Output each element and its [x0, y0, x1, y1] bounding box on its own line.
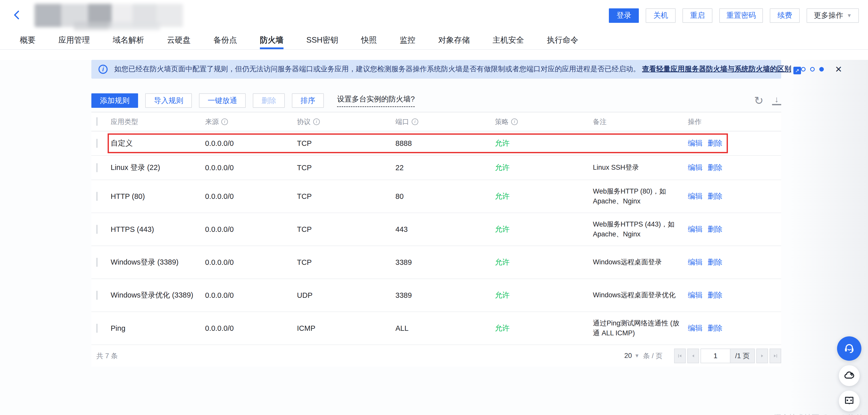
instance-button[interactable]: 更多操作▼: [807, 8, 859, 23]
cell-source: 0.0.0.0/0: [205, 225, 297, 234]
page-number-input[interactable]: [701, 349, 731, 363]
tab-6[interactable]: SSH密钥: [306, 31, 338, 49]
table-row: HTTPS (443)0.0.0.0/0TCP443允许Web服务HTTPS (…: [91, 213, 781, 246]
multi-instance-firewall-link[interactable]: 设置多台实例的防火墙?: [337, 94, 415, 107]
open-all-button[interactable]: 一键放通: [199, 93, 246, 108]
cell-protocol: UDP: [297, 291, 396, 299]
back-button[interactable]: [10, 8, 24, 23]
next-page-button[interactable]: [756, 349, 768, 363]
edit-link[interactable]: 编辑: [688, 191, 703, 201]
cell-actions: 编辑删除: [688, 138, 781, 149]
tab-8[interactable]: 监控: [400, 31, 415, 49]
cell-note: Web服务HTTPS (443)，如 Apache、Nginx: [593, 216, 680, 243]
cell-note: Linux SSH登录: [593, 159, 680, 176]
edit-link[interactable]: 编辑: [688, 224, 703, 234]
instance-button[interactable]: 重启: [682, 8, 712, 23]
last-page-button[interactable]: [770, 349, 781, 363]
select-all-checkbox[interactable]: [96, 117, 97, 126]
tab-9[interactable]: 对象存储: [438, 31, 470, 49]
delete-link[interactable]: 删除: [708, 257, 722, 267]
pagination: 20 ▼ 条 / 页 /1 页: [624, 349, 781, 363]
cell-app-type: 自定义: [111, 138, 205, 149]
info-icon[interactable]: i: [511, 119, 518, 125]
docs-button[interactable]: [839, 391, 860, 411]
tab-3[interactable]: 云硬盘: [167, 31, 191, 49]
cell-source: 0.0.0.0/0: [205, 164, 297, 172]
row-checkbox[interactable]: [96, 324, 97, 333]
sort-button[interactable]: 排序: [292, 93, 324, 108]
cell-port: 22: [396, 164, 495, 172]
tab-7[interactable]: 快照: [361, 31, 377, 49]
row-checkbox[interactable]: [96, 192, 97, 201]
banner-text: 如您已经在防火墙页面中配置了规则，但仍无法访问服务器端口或业务应用，建议您检测服…: [114, 65, 640, 73]
cell-protocol: ICMP: [297, 324, 396, 332]
banner-close-icon[interactable]: ✕: [835, 65, 842, 73]
external-link-icon[interactable]: ↗: [794, 67, 801, 74]
delete-button[interactable]: 删除: [253, 93, 285, 108]
tab-4[interactable]: 备份点: [213, 31, 237, 49]
cell-source: 0.0.0.0/0: [205, 291, 297, 299]
edit-link[interactable]: 编辑: [688, 290, 703, 300]
carousel-dot[interactable]: [801, 67, 806, 71]
edit-link[interactable]: 编辑: [688, 138, 703, 149]
instance-button[interactable]: 重置密码: [719, 8, 763, 23]
download-icon[interactable]: ↓: [772, 96, 781, 105]
info-icon[interactable]: i: [412, 119, 418, 125]
cell-policy: 允许: [495, 138, 593, 149]
edit-link[interactable]: 编辑: [688, 163, 703, 173]
tab-active-5[interactable]: 防火墙: [260, 31, 283, 49]
cell-app-type: HTTPS (443): [111, 225, 205, 234]
cell-app-type: Linux 登录 (22): [111, 163, 205, 173]
cloud-notification-button[interactable]: [839, 365, 860, 386]
chevron-down-icon: ▼: [634, 353, 640, 359]
cell-policy: 允许: [495, 191, 593, 201]
page-size-select[interactable]: 20 ▼: [624, 352, 640, 360]
prev-page-button[interactable]: [687, 349, 699, 363]
delete-link[interactable]: 删除: [708, 138, 722, 149]
table-row: HTTP (80)0.0.0.0/0TCP80允许Web服务HTTP (80)，…: [91, 180, 781, 213]
row-checkbox[interactable]: [96, 291, 97, 300]
row-checkbox[interactable]: [96, 139, 97, 148]
carousel-dot[interactable]: [810, 67, 815, 71]
tab-2[interactable]: 域名解析: [113, 31, 144, 49]
carousel-dot[interactable]: [819, 67, 824, 71]
instance-button[interactable]: 续费: [770, 8, 800, 23]
tab-11[interactable]: 执行命令: [547, 31, 579, 49]
delete-link[interactable]: 删除: [708, 290, 722, 300]
instance-button[interactable]: 登录: [609, 8, 639, 23]
first-page-button[interactable]: [674, 349, 686, 363]
add-rule-button[interactable]: 添加规则: [91, 93, 138, 108]
floating-helper-buttons: [837, 337, 861, 415]
cloud-bell-icon: [843, 369, 855, 382]
firewall-rules-table: 应用类型来源i协议i端口i策略i备注操作 自定义0.0.0.0/0TCP8888…: [91, 112, 781, 366]
firewall-diff-link[interactable]: 查看轻量应用服务器防火墙与系统防火墙的区别: [642, 65, 792, 73]
customer-service-button[interactable]: [837, 337, 861, 361]
cell-source: 0.0.0.0/0: [205, 258, 297, 266]
delete-link[interactable]: 删除: [708, 224, 722, 234]
table-row: 自定义0.0.0.0/0TCP8888允许编辑删除: [91, 131, 781, 156]
edit-link[interactable]: 编辑: [688, 257, 703, 267]
delete-link[interactable]: 删除: [708, 163, 722, 173]
info-icon[interactable]: i: [221, 119, 228, 125]
cell-note: 通过Ping测试网络连通性 (放通 ALL ICMP): [593, 315, 680, 342]
row-checkbox[interactable]: [96, 225, 97, 234]
edit-link[interactable]: 编辑: [688, 323, 703, 333]
tab-10[interactable]: 主机安全: [493, 31, 524, 49]
cell-port: 3389: [396, 291, 495, 299]
cell-source: 0.0.0.0/0: [205, 139, 297, 148]
row-checkbox[interactable]: [96, 258, 97, 267]
row-checkbox[interactable]: [96, 163, 97, 172]
delete-link[interactable]: 删除: [708, 323, 722, 333]
table-footer: 共 7 条 20 ▼ 条 / 页 /1 页: [91, 345, 781, 366]
info-icon[interactable]: i: [313, 119, 320, 125]
tab-1[interactable]: 应用管理: [58, 31, 90, 49]
refresh-icon[interactable]: ↻: [754, 95, 764, 106]
instance-button[interactable]: 关机: [646, 8, 676, 23]
cell-policy: 允许: [495, 224, 593, 234]
table-row: Windows登录优化 (3389)0.0.0.0/0UDP3389允许Wind…: [91, 279, 781, 312]
tab-0[interactable]: 概要: [20, 31, 35, 49]
cell-actions: 编辑删除: [688, 224, 781, 234]
import-rule-button[interactable]: 导入规则: [145, 93, 192, 108]
cell-port: ALL: [396, 324, 495, 332]
delete-link[interactable]: 删除: [708, 191, 722, 201]
